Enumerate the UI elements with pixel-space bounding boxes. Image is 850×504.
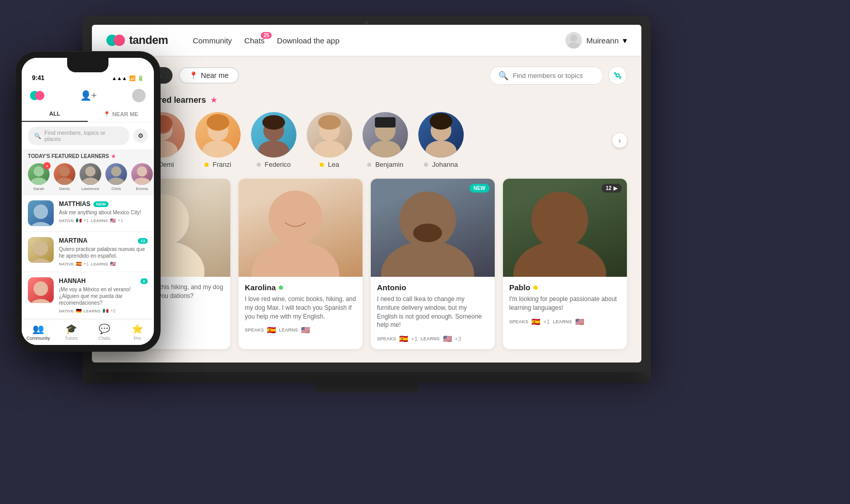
phone-logo-pink — [35, 91, 44, 100]
svg-point-46 — [29, 259, 52, 263]
avatar-item-lea[interactable]: Lea — [307, 112, 352, 168]
laptop-screen: tandem Community Chats 25 Download the a… — [92, 25, 641, 363]
phone-nav-community[interactable]: 👥 Community — [22, 323, 55, 341]
phone-add-user-icon[interactable]: 👤+ — [80, 90, 97, 101]
phone-user-matthias[interactable]: MATTHIAS NEW Ask me anything about Mexic… — [22, 195, 154, 232]
logo-text: tandem — [129, 34, 168, 47]
nav-chats[interactable]: Chats 25 — [244, 36, 264, 45]
avatar-name-franzi: Franzi — [204, 161, 231, 168]
phone-screen: 9:41 ▲▲▲ 📶 🔋 👤+ — [22, 58, 154, 345]
phone-filter-button[interactable]: ⚙ — [133, 129, 148, 143]
phone-avatar-close-sarah[interactable]: × — [43, 162, 51, 169]
logo[interactable]: tandem — [106, 31, 168, 50]
phone-user-hannah-info: HANNAH 2 ¡Me voy a México en el verano! … — [59, 277, 148, 313]
svg-point-19 — [370, 140, 401, 158]
phone-tab-near[interactable]: 📍 NEAR ME — [88, 106, 154, 122]
phone-star-icon: ★ — [111, 153, 116, 159]
search-input[interactable] — [513, 72, 594, 80]
svg-point-23 — [430, 113, 452, 130]
phone-logo[interactable] — [30, 89, 44, 102]
laptop-stand — [315, 383, 418, 392]
phone-avatar-label-lawrence: Lawrence — [80, 186, 101, 191]
svg-point-22 — [426, 140, 457, 158]
card-pablo[interactable]: 12 ▶ Pablo — [503, 179, 627, 349]
card-karolina-tags: SPEAKS 🇪🇸 LEARNS 🇺🇸 — [245, 326, 356, 334]
phone-avatar-label-denis: Denis — [54, 186, 75, 191]
laptop-camera — [365, 21, 369, 25]
phone-user-matthias-name: MATTHIAS — [59, 200, 90, 208]
phone-user-hannah-desc: ¡Me voy a México en el verano! ¿Alguien … — [59, 286, 148, 306]
navbar: tandem Community Chats 25 Download the a… — [92, 25, 641, 56]
phone-nav-chats[interactable]: 💬 Chats — [88, 323, 121, 341]
svg-point-31 — [531, 192, 588, 248]
avatar-item-franzi[interactable]: Franzi — [195, 112, 241, 168]
status-dot-gray-2 — [367, 163, 371, 167]
avatar-row: ...as — [106, 112, 627, 168]
phone-avatar-sarah[interactable]: × Sarah — [28, 163, 50, 191]
svg-point-32 — [513, 241, 606, 277]
filter-icon-button[interactable] — [608, 66, 627, 85]
search-bar: 🔍 — [490, 66, 627, 85]
avatar-name-benjamin: Benjamin — [367, 161, 403, 168]
location-pin-icon: 📍 — [103, 111, 111, 118]
phone-search-placeholder: Find members, topics or places — [44, 130, 123, 142]
svg-point-42 — [134, 178, 150, 185]
phone-avatar-emma[interactable]: Emma — [131, 163, 153, 191]
svg-point-30 — [413, 224, 442, 242]
phone-avatar-label-sarah: Sarah — [28, 186, 50, 191]
chevron-right-button[interactable]: › — [612, 133, 627, 148]
laptop-body: tandem Community Chats 25 Download the a… — [83, 15, 651, 372]
phone-bottom-nav: 👥 Community 🎓 Tutors 💬 Chats ⭐ Pro — [22, 320, 154, 345]
user-name: Muireann — [586, 36, 619, 45]
avatar-item-federico[interactable]: Federico — [251, 112, 296, 168]
phone-user-list: MATTHIAS NEW Ask me anything about Mexic… — [22, 195, 154, 320]
card-karolina-name: Karolina — [245, 283, 356, 292]
phone-user-hannah[interactable]: HANNAH 2 ¡Me voy a México en el verano! … — [22, 272, 154, 319]
svg-point-16 — [314, 140, 345, 158]
scene: tandem Community Chats 25 Download the a… — [0, 0, 850, 504]
phone-user-martina[interactable]: MARTINA 13 Quiero practicar palabras nue… — [22, 232, 154, 272]
phone-user-hannah-tags: NATIVE 🇩🇪 LEARNS 🇲🇽+2 — [59, 308, 148, 313]
phone-avatar-chris[interactable]: Chris — [105, 163, 127, 191]
avatar-item-benjamin[interactable]: Benjamin — [363, 112, 408, 168]
laptop-base — [83, 372, 651, 383]
search-input-wrap[interactable]: 🔍 — [490, 67, 603, 85]
location-icon: 📍 — [189, 71, 198, 80]
svg-point-39 — [111, 166, 121, 177]
phone-search: 🔍 Find members, topics or places ⚙ — [22, 122, 154, 149]
svg-point-45 — [34, 241, 48, 256]
filter-bar: All members 📍 Near me 🔍 — [106, 66, 627, 85]
signal-icon: 📶 — [129, 75, 135, 81]
avatar-item-johanna[interactable]: Johanna — [418, 112, 464, 168]
chats-badge: 25 — [261, 32, 272, 39]
phone-notch — [67, 58, 108, 72]
phone-profile-avatar[interactable] — [132, 89, 146, 102]
phone-nav-tutors[interactable]: 🎓 Tutors — [55, 323, 88, 341]
avatar-name-federico: Federico — [257, 161, 291, 168]
card-karolina[interactable]: Karolina I love red wine, comic books, h… — [239, 179, 363, 349]
phone: 9:41 ▲▲▲ 📶 🔋 👤+ — [15, 52, 160, 351]
status-dot-gray-3 — [424, 163, 428, 167]
phone-avatar-label-chris: Chris — [105, 186, 127, 191]
phone-martina-badge: 13 — [138, 238, 148, 244]
nav-download[interactable]: Download the app — [277, 36, 339, 45]
near-me-button[interactable]: 📍 Near me — [179, 67, 239, 84]
laptop: tandem Community Chats 25 Download the a… — [83, 15, 651, 403]
phone-nav-pro[interactable]: ⭐ Pro — [121, 323, 154, 341]
avatar-name-lea: Lea — [320, 161, 339, 168]
battery-icon: 🔋 — [137, 75, 144, 81]
card-status-green — [279, 286, 283, 290]
phone-avatar-denis[interactable]: Denis — [54, 163, 75, 191]
phone-tab-all[interactable]: ALL — [22, 106, 88, 122]
phone-avatar-lawrence[interactable]: Lawrence — [80, 163, 101, 191]
phone-user-matthias-tags: NATIVE 🇲🇽+1 LEARNS 🇺🇸+1 — [59, 218, 148, 223]
browser: tandem Community Chats 25 Download the a… — [92, 25, 641, 363]
nav-community[interactable]: Community — [193, 36, 232, 45]
phone-search-field[interactable]: 🔍 Find members, topics or places — [28, 127, 129, 145]
svg-point-0 — [570, 35, 577, 42]
card-antonio[interactable]: NEW Antonio — [371, 179, 495, 349]
nav-user[interactable]: Muireann ▾ — [565, 32, 627, 49]
svg-point-11 — [207, 114, 229, 131]
svg-point-44 — [29, 222, 52, 226]
community-icon: 👥 — [33, 323, 44, 335]
